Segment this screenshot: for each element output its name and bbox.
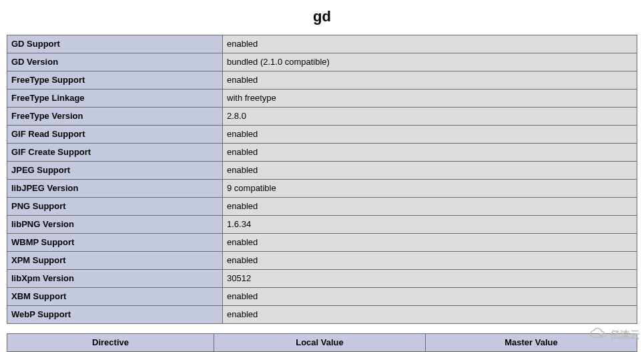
info-value: with freetype (223, 90, 637, 108)
info-row: libPNG Version1.6.34 (7, 216, 637, 234)
info-key: XBM Support (7, 288, 223, 306)
info-row: FreeType Linkagewith freetype (7, 90, 637, 108)
info-value: 2.8.0 (223, 108, 637, 126)
directive-header-master: Master Value (426, 334, 637, 352)
info-row: WebP Supportenabled (7, 306, 637, 324)
directive-header-row: Directive Local Value Master Value (7, 334, 637, 352)
info-key: XPM Support (7, 252, 223, 270)
info-value: enabled (223, 71, 637, 90)
info-row: libJPEG Version9 compatible (7, 180, 637, 198)
phpinfo-gd-section: gd GD SupportenabledGD Versionbundled (2… (0, 0, 644, 352)
info-key: PNG Support (7, 198, 223, 216)
info-key: libXpm Version (7, 270, 223, 288)
info-key: GD Support (7, 35, 223, 53)
info-key: FreeType Linkage (7, 90, 223, 108)
info-key: GIF Read Support (7, 126, 223, 144)
info-key: WebP Support (7, 306, 223, 324)
info-value: enabled (223, 198, 637, 216)
info-value: 9 compatible (223, 180, 637, 198)
info-row: PNG Supportenabled (7, 198, 637, 216)
info-key: FreeType Support (7, 71, 223, 90)
info-row: GIF Read Supportenabled (7, 126, 637, 144)
info-key: libJPEG Version (7, 180, 223, 198)
info-value: enabled (223, 234, 637, 252)
info-row: GIF Create Supportenabled (7, 144, 637, 162)
info-value: enabled (223, 144, 637, 162)
gd-directive-table: Directive Local Value Master Value gd.jp… (7, 333, 637, 352)
info-row: FreeType Supportenabled (7, 71, 637, 90)
info-key: GIF Create Support (7, 144, 223, 162)
info-row: FreeType Version2.8.0 (7, 108, 637, 126)
info-row: JPEG Supportenabled (7, 162, 637, 180)
info-key: JPEG Support (7, 162, 223, 180)
info-row: libXpm Version30512 (7, 270, 637, 288)
info-row: GD Supportenabled (7, 35, 637, 53)
info-value: enabled (223, 162, 637, 180)
directive-header-local: Local Value (214, 334, 426, 352)
info-value: enabled (223, 126, 637, 144)
info-row: WBMP Supportenabled (7, 234, 637, 252)
info-value: enabled (223, 306, 637, 324)
gd-info-table: GD SupportenabledGD Versionbundled (2.1.… (7, 35, 637, 324)
info-row: XBM Supportenabled (7, 288, 637, 306)
info-row: GD Versionbundled (2.1.0 compatible) (7, 53, 637, 71)
info-key: FreeType Version (7, 108, 223, 126)
info-key: GD Version (7, 53, 223, 71)
info-value: enabled (223, 288, 637, 306)
info-key: libPNG Version (7, 216, 223, 234)
info-value: 30512 (223, 270, 637, 288)
info-value: bundled (2.1.0 compatible) (223, 53, 637, 71)
directive-header-directive: Directive (7, 334, 214, 352)
section-title: gd (7, 8, 637, 25)
info-value: 1.6.34 (223, 216, 637, 234)
info-key: WBMP Support (7, 234, 223, 252)
info-value: enabled (223, 35, 637, 53)
info-row: XPM Supportenabled (7, 252, 637, 270)
info-value: enabled (223, 252, 637, 270)
